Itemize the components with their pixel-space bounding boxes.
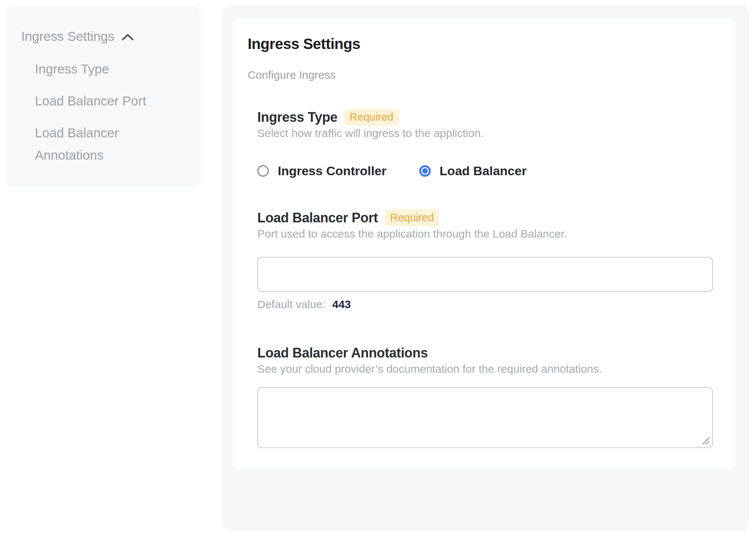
chevron-up-icon (122, 33, 134, 41)
form-sections: Ingress Type Required Select how traffic… (257, 109, 720, 448)
radio-option-ingress-controller[interactable]: Ingress Controller (257, 163, 387, 179)
section-load-balancer-annotations: Load Balancer Annotations See your cloud… (257, 345, 720, 448)
sidebar-item-load-balancer-annotations[interactable]: Load Balancer Annotations (35, 122, 169, 166)
section-ingress-type: Ingress Type Required Select how traffic… (257, 109, 720, 179)
sidebar-item-ingress-type[interactable]: Ingress Type (35, 61, 186, 77)
resize-grip-icon[interactable] (700, 435, 710, 445)
required-badge: Required (344, 109, 399, 125)
main-panel: Ingress Settings Configure Ingress Ingre… (222, 5, 749, 531)
settings-sidebar: Ingress Settings Ingress Type Load Balan… (6, 7, 201, 187)
section-heading-row: Load Balancer Annotations (257, 345, 720, 361)
radio-checked-icon[interactable] (419, 165, 431, 177)
ingress-settings-card: Ingress Settings Configure Ingress Ingre… (233, 19, 735, 469)
sidebar-group-ingress-settings[interactable]: Ingress Settings (21, 28, 186, 45)
section-load-balancer-port: Load Balancer Port Required Port used to… (257, 209, 720, 311)
section-title: Load Balancer Annotations (257, 345, 428, 361)
default-value-note: Default value: 443 (257, 297, 720, 311)
section-title: Ingress Type (257, 109, 338, 125)
default-value-label: Default value: (257, 298, 325, 310)
radio-label: Ingress Controller (278, 163, 387, 179)
ingress-type-radio-group: Ingress Controller Load Balancer (257, 163, 720, 179)
section-description: See your cloud provider’s documentation … (257, 362, 720, 376)
annotations-textarea-wrap (257, 387, 713, 448)
section-description: Select how traffic will ingress to the a… (257, 126, 720, 140)
radio-label: Load Balancer (440, 163, 527, 179)
page-subtitle: Configure Ingress (248, 68, 720, 82)
section-heading-row: Load Balancer Port Required (257, 209, 720, 226)
required-badge: Required (385, 209, 440, 226)
load-balancer-port-input[interactable] (257, 257, 713, 292)
section-title: Load Balancer Port (257, 210, 378, 226)
radio-option-load-balancer[interactable]: Load Balancer (419, 163, 527, 179)
load-balancer-annotations-textarea[interactable] (257, 387, 713, 448)
radio-unchecked-icon[interactable] (257, 165, 269, 177)
section-heading-row: Ingress Type Required (257, 109, 720, 125)
page-title: Ingress Settings (248, 35, 720, 53)
sidebar-group-label: Ingress Settings (21, 28, 114, 45)
sidebar-item-list: Ingress Type Load Balancer Port Load Bal… (35, 61, 186, 166)
default-value: 443 (332, 298, 351, 310)
sidebar-item-load-balancer-port[interactable]: Load Balancer Port (35, 93, 186, 109)
radio-dot (422, 168, 428, 174)
section-description: Port used to access the application thro… (257, 227, 720, 241)
